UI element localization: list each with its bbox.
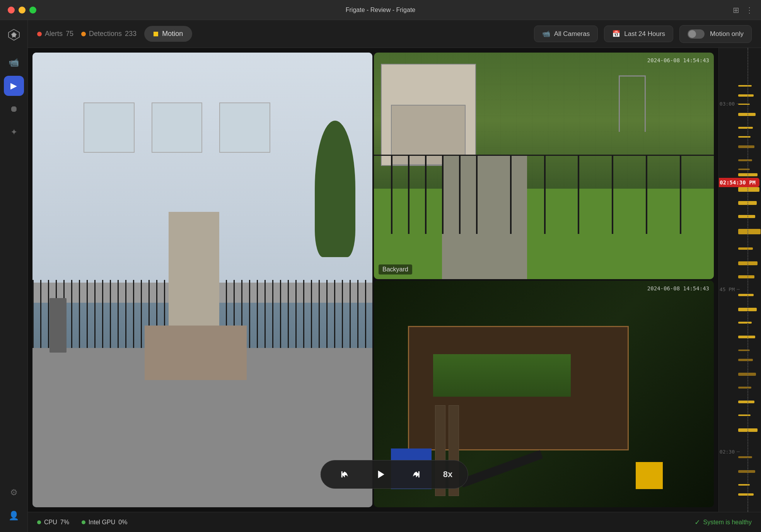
all-cameras-label: All Cameras (554, 30, 590, 38)
gpu-status: Intel GPU 0% (82, 519, 127, 526)
detections-count: 233 (125, 30, 137, 38)
house-window (219, 102, 270, 152)
gpu-label: Intel GPU (89, 519, 115, 526)
timeline-tick (737, 289, 740, 290)
maximize-button[interactable] (29, 7, 36, 14)
svg-marker-2 (378, 471, 384, 478)
menu-icon[interactable]: ⋮ (746, 5, 753, 15)
timeline-label-245: 02:45 PM (718, 286, 735, 292)
motion-bar (738, 336, 755, 338)
sidebar-item-explore[interactable]: ✦ (4, 122, 24, 142)
house-window (152, 102, 203, 152)
backyard-camera-cell[interactable]: 2024-06-08 14:54:43 Backyard (374, 53, 714, 279)
main-content: Alerts 75 Detections 233 Motion 📹 All Ca (28, 20, 761, 532)
motion-bar-active (738, 187, 759, 192)
fence-post (476, 156, 478, 234)
alerts-filter[interactable]: Alerts 75 (37, 30, 73, 38)
motion-label: Motion (162, 30, 183, 38)
calendar-icon: 📅 (612, 30, 620, 38)
toggle-switch (688, 29, 705, 39)
timeline-current-time: 02:54:30 PM (718, 178, 759, 187)
rewind-icon (339, 468, 351, 481)
titlebar: Frigate - Review - Frigate ⊞ ⋮ (0, 0, 761, 20)
recordings-icon: ⏺ (10, 104, 18, 114)
timeline-label-230: 02:30 (720, 449, 735, 455)
checkmark-icon: ✓ (694, 518, 700, 527)
cpu-status: CPU 7% (37, 519, 69, 526)
front-scene (32, 53, 372, 507)
window-title: Frigate - Review - Frigate (346, 7, 416, 14)
titlebar-actions: ⊞ ⋮ (733, 5, 753, 15)
front-camera-cell[interactable] (32, 53, 372, 507)
close-button[interactable] (8, 7, 15, 14)
video-grid: 2024-06-08 14:54:43 Backyard (28, 48, 718, 512)
topbar-right: 📹 All Cameras 📅 Last 24 Hours Motion onl… (534, 25, 752, 43)
motion-filter-button[interactable]: Motion (144, 26, 192, 42)
house-window (84, 102, 135, 152)
trash-bin (49, 298, 67, 353)
fence-post (391, 156, 392, 234)
timeline-label-300: 03:00 (720, 101, 735, 107)
gpu-dot (82, 520, 85, 524)
forward-button[interactable] (408, 466, 425, 483)
app-logo (5, 26, 22, 43)
fence (374, 155, 714, 234)
sidebar-item-recordings[interactable]: ⏺ (4, 99, 24, 119)
cpu-value: 7% (60, 519, 69, 526)
health-status: ✓ System is healthy (694, 518, 752, 527)
all-cameras-button[interactable]: 📹 All Cameras (534, 26, 598, 42)
settings-icon: ⚙ (10, 488, 18, 498)
rewind-button[interactable] (336, 466, 353, 483)
detections-filter[interactable]: Detections 233 (81, 30, 137, 38)
motion-only-label: Motion only (710, 30, 744, 38)
detections-dot (81, 32, 86, 36)
main-area: 2024-06-08 14:54:43 Backyard (28, 48, 761, 512)
svg-rect-1 (341, 471, 343, 477)
motion-bar (738, 456, 752, 458)
health-label: System is healthy (703, 519, 752, 526)
motion-bar (738, 94, 754, 97)
sidebar-item-settings[interactable]: ⚙ (4, 483, 24, 503)
alerts-count: 75 (66, 30, 73, 38)
motion-bar (738, 373, 756, 376)
last-24-label: Last 24 Hours (624, 30, 665, 38)
extensions-icon[interactable]: ⊞ (733, 5, 739, 15)
fence-post (442, 156, 444, 234)
sidebar-item-cameras[interactable]: 📹 (4, 53, 24, 73)
motion-bar (738, 359, 753, 361)
motion-bar (738, 414, 751, 416)
garden-timestamp: 2024-06-08 14:54:43 (647, 285, 709, 292)
cpu-dot (37, 520, 41, 524)
camera-icon: 📹 (9, 58, 19, 68)
sidebar-item-profile[interactable]: 👤 (4, 506, 24, 526)
backyard-label: Backyard (379, 264, 412, 275)
motion-bar (738, 136, 751, 138)
fence-post (544, 156, 546, 234)
motion-bar-active (738, 215, 755, 218)
camera-btn-icon: 📹 (542, 30, 550, 38)
sidebar: 📹 ▶ ⏺ ✦ ⚙ 👤 (0, 20, 28, 532)
cpu-label: CPU (44, 519, 57, 526)
motion-bar (738, 322, 752, 324)
motion-bar (738, 229, 761, 234)
gpu-value: 0% (118, 519, 127, 526)
fence-post (680, 156, 681, 234)
filter-group: Alerts 75 Detections 233 Motion (37, 26, 192, 42)
fence-post (510, 156, 512, 234)
svg-rect-3 (418, 471, 420, 477)
garage (381, 64, 476, 166)
backyard-timestamp: 2024-06-08 14:54:43 (647, 57, 709, 63)
detections-label: Detections (89, 30, 122, 38)
timeline-center-line (747, 48, 748, 512)
tree (315, 121, 355, 257)
minimize-button[interactable] (19, 7, 26, 14)
timeline-tick (737, 452, 740, 452)
play-button[interactable] (372, 466, 389, 483)
alerts-dot (37, 32, 42, 36)
profile-icon: 👤 (9, 511, 19, 521)
motion-only-toggle[interactable]: Motion only (679, 25, 752, 43)
sidebar-item-review[interactable]: ▶ (4, 76, 24, 96)
alerts-label: Alerts (45, 30, 63, 38)
fence-post (425, 156, 427, 234)
time-range-button[interactable]: 📅 Last 24 Hours (604, 26, 673, 42)
